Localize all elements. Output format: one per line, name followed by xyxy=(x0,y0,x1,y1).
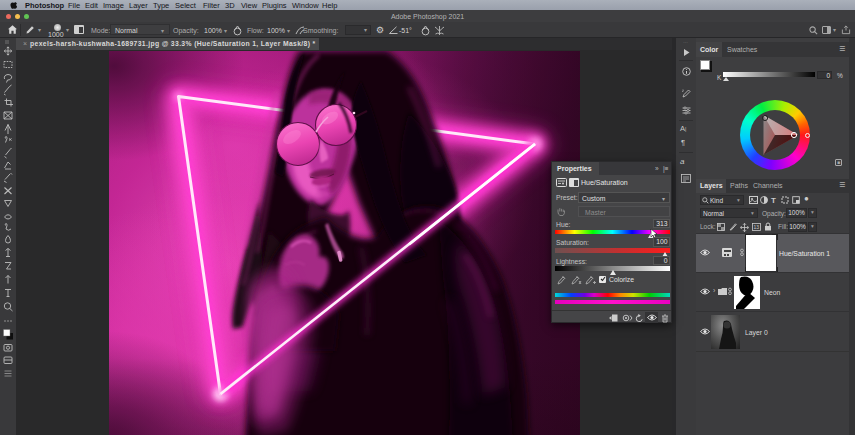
svg-text:13: 13 xyxy=(754,224,760,230)
